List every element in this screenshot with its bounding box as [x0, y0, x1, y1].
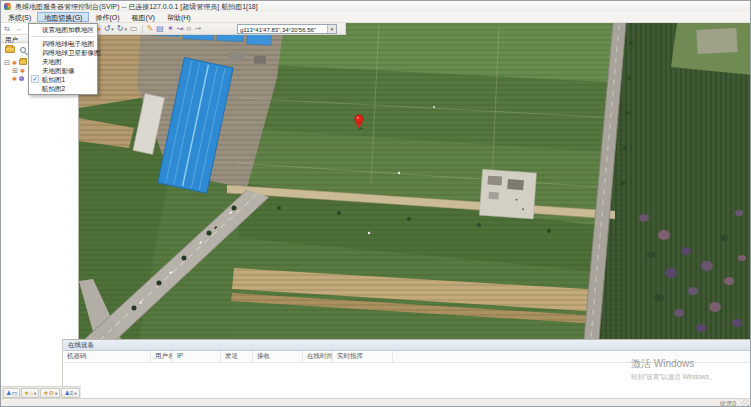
col-machine-code[interactable]: 机器码	[63, 351, 151, 362]
main-toolbar: ● ↺ ▾ ↻ ▾ ▭ ✎ ▤ ✶ ↝ ○ ⊸ g113°41'47.83",3…	[79, 23, 346, 35]
user-list-icon: ♟≡	[64, 389, 73, 397]
online-devices-panel: 在线设备 机器码 用户名 IP 发送 接收 在线时间 实时指挥	[63, 339, 751, 398]
map-viewport[interactable]	[79, 23, 751, 339]
col-realtime-command[interactable]: 实时指挥	[333, 351, 393, 362]
coordinate-combobox[interactable]: g113°41'47.83",34°20'56.56" ▾	[237, 24, 337, 34]
node-globe-icon	[19, 76, 24, 81]
col-ip[interactable]: IP	[173, 351, 221, 362]
expand-icon[interactable]: ⊞	[12, 67, 18, 74]
col-filler	[393, 351, 751, 362]
redo-dropdown-icon[interactable]: ▾	[125, 23, 128, 35]
favorite-settings-icon: ★⚙	[43, 389, 54, 397]
select-rect-icon[interactable]: ▭	[130, 23, 138, 35]
chevron-down-icon: ▾	[55, 391, 57, 396]
col-username[interactable]: 用户名	[151, 351, 173, 362]
app-logo-icon	[4, 3, 11, 10]
network-star-icon[interactable]: ✶	[167, 23, 174, 35]
coordinate-dropdown-button[interactable]: ▾	[327, 25, 336, 33]
map-switch-menu: 设置地图加载地区 四维地球电子地图 四维地球卫星影像图 天地图 天地图影像 ✓ …	[28, 23, 98, 95]
aerial-imagery	[79, 23, 751, 339]
menu-item-label: 航拍图1	[42, 76, 65, 83]
root-folder-icon	[19, 59, 27, 65]
devices-table-body[interactable]	[63, 363, 751, 399]
devices-table-header: 机器码 用户名 IP 发送 接收 在线时间 实时指挥	[63, 351, 751, 363]
sidebar-footer: ♟▭ ★⌂ ▾ ★⚙ ▾ ♟≡ ▾	[1, 386, 81, 398]
chevron-down-icon: ▾	[34, 391, 36, 396]
checkmark-icon: ✓	[31, 75, 39, 83]
col-received[interactable]: 接收	[253, 351, 303, 362]
devices-panel-title: 在线设备	[63, 340, 751, 351]
menu-view[interactable]: 视图(V)	[126, 12, 161, 22]
swap-arrows-icon[interactable]: ⇆	[4, 25, 10, 33]
menu-help[interactable]: 帮助(H)	[161, 12, 197, 22]
menu-item-aerial-map-1[interactable]: ✓ 航拍图1	[29, 75, 97, 84]
menu-map-switch[interactable]: 地图切换(G)	[37, 12, 89, 22]
col-sent[interactable]: 发送	[221, 351, 253, 362]
pencil-icon[interactable]: ✎	[147, 23, 154, 35]
attach-icon[interactable]: ⊸	[194, 23, 201, 35]
toolbar-separator	[142, 25, 143, 33]
undo-icon[interactable]: ↺	[104, 23, 111, 35]
menu-bar: 系统(S) 地图切换(G) 操作(O) 视图(V) 帮助(H)	[1, 12, 750, 23]
status-right-text: 提示0	[719, 400, 736, 407]
menu-item-siwei-satellite-map[interactable]: 四维地球卫星影像图	[29, 48, 97, 57]
user-list-button[interactable]: ♟≡ ▾	[61, 388, 79, 398]
menu-item-siwei-electronic-map[interactable]: 四维地球电子地图	[29, 39, 97, 48]
undo-dropdown-icon[interactable]: ▾	[111, 23, 114, 35]
menu-separator	[31, 36, 95, 37]
favorite-home-icon: ★⌂	[24, 389, 33, 397]
node-star-icon: ✱	[12, 75, 17, 82]
favorite-home-button[interactable]: ★⌂ ▾	[21, 388, 39, 398]
folder-icon[interactable]	[5, 46, 15, 53]
node-star-icon: ✱	[12, 59, 17, 66]
menu-operation[interactable]: 操作(O)	[89, 12, 125, 22]
col-online-time[interactable]: 在线时间	[303, 351, 333, 362]
menu-item-aerial-map-2[interactable]: 航拍图2	[29, 84, 97, 93]
redo-icon[interactable]: ↻	[117, 23, 124, 35]
resize-grip[interactable]	[741, 399, 749, 407]
user-device-icon: ♟▭	[6, 389, 17, 397]
polyline-arrow-icon[interactable]: ↝	[177, 23, 184, 35]
menu-system[interactable]: 系统(S)	[2, 12, 37, 22]
favorite-settings-button[interactable]: ★⚙ ▾	[40, 388, 60, 398]
circle-icon[interactable]: ○	[186, 23, 191, 35]
status-bar: 提示0	[1, 398, 750, 407]
menu-item-set-map-region[interactable]: 设置地图加载地区	[29, 25, 97, 34]
title-bar: 奥维地图服务器管理控制台(SVIP) -- 已连接127.0.0.1 [超级管理…	[1, 1, 750, 12]
user-device-button[interactable]: ♟▭	[3, 388, 20, 398]
menu-item-tianditu-imagery[interactable]: 天地图影像	[29, 66, 97, 75]
forward-arrow-icon[interactable]: →	[15, 25, 22, 33]
app-window: 奥维地图服务器管理控制台(SVIP) -- 已连接127.0.0.1 [超级管理…	[0, 0, 751, 407]
coordinate-value[interactable]: g113°41'47.83",34°20'56.56"	[238, 25, 327, 33]
document-icon[interactable]: ▤	[156, 23, 164, 35]
menu-item-tianditu[interactable]: 天地图	[29, 57, 97, 66]
chevron-down-icon: ▾	[74, 391, 76, 396]
search-icon[interactable]	[20, 47, 26, 53]
window-title: 奥维地图服务器管理控制台(SVIP) -- 已连接127.0.0.1 [超级管理…	[15, 2, 258, 12]
node-star-icon: ✱	[20, 67, 25, 74]
collapse-icon[interactable]: ⊟	[4, 59, 10, 66]
